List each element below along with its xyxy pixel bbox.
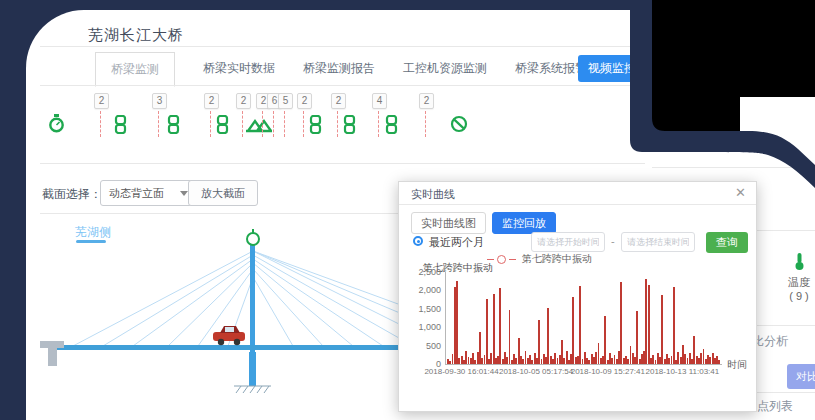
legend-circle-icon	[497, 255, 506, 264]
chart-bar	[718, 360, 720, 364]
chain-link-sensor-icon[interactable]	[343, 115, 356, 138]
chart-bar	[456, 281, 458, 364]
page-title: 芜湖长江大桥	[88, 26, 184, 45]
sensor-count-box[interactable]: 2	[331, 93, 346, 109]
start-time-input[interactable]	[531, 232, 605, 252]
bridge-tower-base	[249, 352, 256, 386]
chain-link-sensor-icon[interactable]	[216, 115, 229, 138]
recent-two-months-label: 最近两个月	[429, 235, 484, 250]
legend-item-label: 温度	[782, 275, 815, 290]
tab-2[interactable]: 桥梁监测报告	[303, 60, 375, 77]
section-select-dropdown[interactable]: 动态背立面	[100, 180, 196, 206]
y-tick-label: 1,000	[418, 322, 441, 332]
sensor-dash-line	[158, 111, 159, 137]
sensor-count-box[interactable]: 4	[372, 93, 387, 109]
sensor-dash-line	[303, 111, 304, 137]
zoom-section-button[interactable]: 放大截面	[188, 180, 258, 206]
sensor-dash-line	[210, 111, 211, 137]
chain-link-sensor-icon[interactable]	[114, 115, 127, 138]
tab-0[interactable]: 桥梁监测	[95, 52, 175, 87]
chart-bar	[648, 285, 650, 364]
chart-bars	[447, 272, 721, 364]
chart-bar	[604, 316, 606, 364]
sensor-dash-line	[262, 111, 263, 137]
chart-bar	[673, 287, 675, 364]
realtime-curve-modal: 实时曲线 ✕ 实时曲线图 监控回放 最近两个月 - 查询 第七跨跨中振动 第七跨…	[398, 181, 757, 412]
sensor-dash-line	[425, 111, 426, 137]
x-tick-label: 2018-10-09 15:27:41	[571, 367, 645, 376]
tower-sensor-icon[interactable]	[247, 233, 259, 245]
legend-item-temperature[interactable]: 温度 ( 9 )	[782, 252, 815, 302]
sensor-dash-line	[337, 111, 338, 137]
chart-x-axis-title: 时间	[727, 358, 747, 372]
legend-label: 第七跨跨中振动	[522, 252, 592, 266]
chevron-down-icon	[180, 191, 188, 196]
sensor-strip: 23222652242	[0, 88, 652, 152]
chart-bar	[493, 294, 495, 364]
title-divider	[40, 46, 650, 47]
legend-item-count: ( 9 )	[782, 290, 815, 302]
sensor-count-box[interactable]: 3	[152, 93, 167, 109]
chart-bar	[509, 310, 511, 364]
bridge-tower	[250, 241, 255, 352]
bridge-sensor-icon[interactable]	[245, 115, 273, 139]
legend-line-icon	[509, 259, 516, 260]
chart-bar	[499, 288, 501, 364]
chart-bar	[538, 320, 540, 364]
chart-bar	[620, 282, 622, 364]
tab-4[interactable]: 桥梁系统报警	[515, 60, 587, 77]
section-select-label: 截面选择：	[42, 186, 102, 203]
chart-bar	[661, 295, 663, 364]
compare-analysis-button[interactable]: 对比分析	[787, 364, 815, 389]
main-tabbar: 桥梁监测桥梁实时数据桥梁监测报告工控机资源监测桥梁系统报警	[95, 52, 587, 85]
chart-plot-area	[445, 272, 722, 365]
sensor-count-box[interactable]: 2	[236, 93, 251, 109]
sensor-count-box[interactable]: 5	[278, 93, 293, 109]
chain-link-sensor-icon[interactable]	[385, 115, 398, 138]
sensor-dash-line	[284, 111, 285, 137]
y-tick-label: 500	[426, 341, 441, 351]
end-time-input[interactable]	[621, 232, 695, 252]
sensor-count-box[interactable]: 2	[419, 93, 434, 109]
screen: 芜湖长江大桥 桥梁监测桥梁实时数据桥梁监测报告工控机资源监测桥梁系统报警 视频监…	[0, 0, 815, 420]
modal-title: 实时曲线	[411, 187, 455, 202]
search-button[interactable]: 查询	[706, 232, 748, 253]
y-tick-label: 2,500	[418, 267, 441, 277]
sensor-count-box[interactable]: 2	[297, 93, 312, 109]
chart-bar	[636, 311, 638, 364]
chart-bar	[579, 286, 581, 364]
modal-tab-playback[interactable]: 监控回放	[492, 212, 556, 234]
section-select-value: 动态背立面	[109, 187, 164, 199]
chart-x-axis: 2018-09-30 16:01:442018-10-05 05:17:5420…	[445, 365, 721, 379]
chain-link-sensor-icon[interactable]	[309, 115, 322, 138]
chain-link-sensor-icon[interactable]	[167, 115, 180, 138]
x-tick-label: 2018-10-13 11:03:41	[646, 367, 720, 376]
y-tick-label: 2,000	[418, 285, 441, 295]
x-tick-label: 2018-10-05 05:17:54	[499, 367, 573, 376]
modal-tab-realtime[interactable]: 实时曲线图	[411, 212, 486, 234]
thermometer-icon	[793, 252, 806, 271]
recent-two-months-radio[interactable]	[413, 236, 423, 246]
no-entry-icon[interactable]	[450, 115, 468, 137]
bridge-left-pier	[40, 341, 64, 366]
tab-3[interactable]: 工控机资源监测	[403, 60, 487, 77]
sensor-count-box[interactable]: 2	[94, 93, 109, 109]
y-tick-label: 1,500	[418, 304, 441, 314]
tab-1[interactable]: 桥梁实时数据	[203, 60, 275, 77]
sensor-count-box[interactable]: 2	[204, 93, 219, 109]
strip-divider	[40, 163, 645, 164]
legend-line-icon	[487, 259, 494, 260]
date-range-separator: -	[611, 235, 615, 247]
tabbar-divider	[40, 85, 650, 86]
chart-legend[interactable]: 第七跨跨中振动	[487, 252, 592, 266]
sensor-dash-line	[378, 111, 379, 137]
corner-navy-swoosh	[630, 0, 815, 200]
stopwatch-icon[interactable]	[48, 114, 65, 138]
close-icon[interactable]: ✕	[735, 185, 746, 200]
modal-header: 实时曲线 ✕	[399, 182, 756, 205]
sensor-dash-line	[242, 111, 243, 137]
x-tick-label: 2018-09-30 16:01:44	[424, 367, 498, 376]
chart-bar	[572, 297, 574, 364]
sensor-dash-line	[273, 111, 274, 137]
chart-bar	[486, 299, 488, 365]
